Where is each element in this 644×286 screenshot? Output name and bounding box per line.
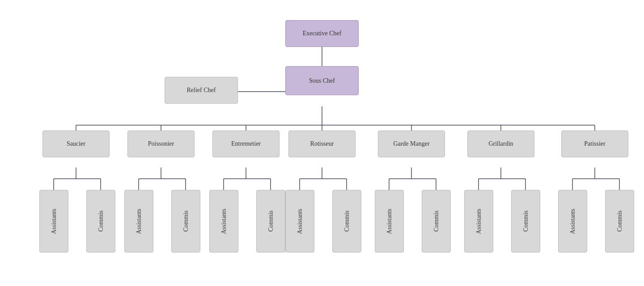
patissier-commis-node: Commis xyxy=(605,190,634,252)
grillardin-assistants-node: Assistants xyxy=(464,190,493,252)
patissier-assistants-node: Assistants xyxy=(558,190,587,252)
garde-manger-assistants-label: Assistants xyxy=(386,209,393,234)
rotisseur-assistants-label: Assistants xyxy=(297,209,304,234)
org-chart: Executive Chef Sous Chef Relief Chef Sau… xyxy=(13,4,631,282)
rotisseur-label: Rotisseur xyxy=(310,140,334,147)
patissier-label: Patissier xyxy=(584,140,605,147)
relief-chef-node: Relief Chef xyxy=(165,77,238,104)
rotisseur-assistants-node: Assistants xyxy=(285,190,314,252)
saucier-assistants-node: Assistants xyxy=(39,190,68,252)
sous-chef-node: Sous Chef xyxy=(285,66,359,95)
saucier-commis-label: Commis xyxy=(97,210,105,231)
entremetier-commis-node: Commis xyxy=(256,190,285,252)
poissonier-assistants-node: Assistants xyxy=(124,190,153,252)
rotisseur-commis-node: Commis xyxy=(332,190,361,252)
executive-chef-node: Executive Chef xyxy=(285,20,359,47)
patissier-node: Patissier xyxy=(561,130,628,157)
entremetier-label: Entremetier xyxy=(231,140,261,147)
sous-chef-label: Sous Chef xyxy=(309,77,335,84)
garde-manger-commis-label: Commis xyxy=(433,210,440,231)
relief-chef-label: Relief Chef xyxy=(187,87,216,94)
entremetier-node: Entremetier xyxy=(212,130,280,157)
grillardin-assistants-label: Assistants xyxy=(475,209,483,234)
entremetier-commis-label: Commis xyxy=(267,210,275,231)
grillardin-node: Grillardin xyxy=(467,130,534,157)
garde-manger-label: Garde Manger xyxy=(393,140,429,147)
poissonier-commis-label: Commis xyxy=(182,210,190,231)
grillardin-label: Grillardin xyxy=(488,140,513,147)
saucier-assistants-label: Assistants xyxy=(51,209,58,234)
garde-manger-commis-node: Commis xyxy=(422,190,451,252)
poissonier-node: Poissonier xyxy=(127,130,195,157)
saucier-node: Saucier xyxy=(42,130,110,157)
poissonier-commis-node: Commis xyxy=(171,190,200,252)
entremetier-assistants-label: Assistants xyxy=(220,209,228,234)
saucier-label: Saucier xyxy=(67,140,85,147)
poissonier-assistants-label: Assistants xyxy=(136,209,143,234)
patissier-assistants-label: Assistants xyxy=(569,209,576,234)
garde-manger-assistants-node: Assistants xyxy=(375,190,404,252)
garde-manger-node: Garde Manger xyxy=(378,130,445,157)
poissonier-label: Poissonier xyxy=(148,140,174,147)
grillardin-commis-node: Commis xyxy=(511,190,540,252)
executive-chef-label: Executive Chef xyxy=(303,30,342,37)
grillardin-commis-label: Commis xyxy=(522,210,530,231)
rotisseur-node: Rotisseur xyxy=(288,130,356,157)
saucier-commis-node: Commis xyxy=(86,190,115,252)
entremetier-assistants-node: Assistants xyxy=(209,190,238,252)
rotisseur-commis-label: Commis xyxy=(343,210,351,231)
patissier-commis-label: Commis xyxy=(616,210,623,231)
